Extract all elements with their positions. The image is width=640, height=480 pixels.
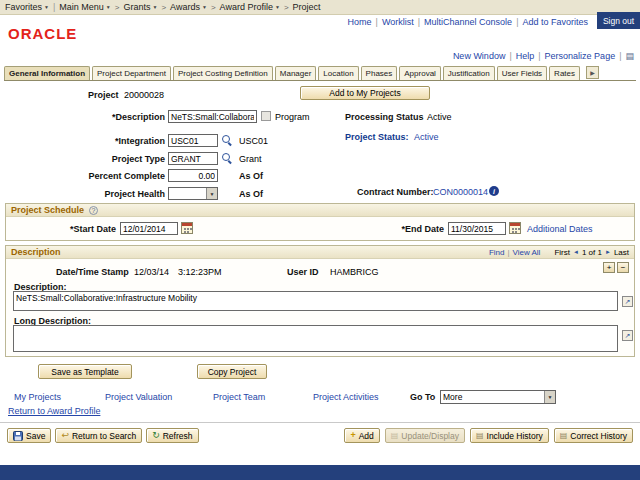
project-health-select[interactable]: ▼ [168, 187, 218, 200]
tab-manager[interactable]: Manager [275, 66, 317, 80]
breadcrumb-award-profile[interactable]: Award Profile ▼ [220, 2, 280, 12]
expand-icon[interactable]: ↗ [622, 296, 633, 307]
add-to-favorites-link[interactable]: Add to Favorites [522, 17, 588, 27]
breadcrumb-label: Main Menu [59, 2, 104, 12]
additional-dates-link[interactable]: Additional Dates [527, 224, 593, 234]
breadcrumb-main-menu[interactable]: Main Menu ▼ [59, 2, 110, 12]
add-button[interactable]: + Add [344, 428, 379, 443]
project-valuation-link[interactable]: Project Valuation [105, 392, 172, 402]
lookup-icon[interactable] [221, 152, 233, 164]
tab-label: Location [323, 69, 353, 78]
divider [0, 422, 640, 423]
project-status-value-link[interactable]: Active [414, 132, 439, 142]
button-label: Add [359, 431, 374, 441]
save-as-template-button[interactable]: Save as Template [38, 364, 132, 379]
separator [376, 17, 378, 27]
save-button[interactable]: Save [7, 428, 51, 443]
chevron-down-icon: ▼ [106, 5, 111, 10]
start-date-input[interactable] [120, 222, 178, 235]
separator [516, 17, 518, 27]
goto-select[interactable]: More ▼ [440, 390, 556, 404]
expand-icon[interactable]: ↗ [622, 330, 633, 341]
calendar-icon[interactable] [181, 222, 193, 234]
worklist-link[interactable]: Worklist [382, 17, 414, 27]
contract-number-link[interactable]: CON0000014 [433, 187, 488, 197]
page-grid-icon[interactable]: ▤ [625, 51, 634, 61]
tab-location[interactable]: Location [318, 66, 358, 80]
section-title: Description [11, 247, 61, 257]
previous-row-icon[interactable]: ◄ [573, 249, 579, 255]
help-link[interactable]: Help [516, 51, 535, 61]
next-row-icon[interactable]: ► [605, 249, 611, 255]
project-type-description: Grant [239, 154, 262, 164]
project-activities-link[interactable]: Project Activities [313, 392, 379, 402]
home-link[interactable]: Home [348, 17, 372, 27]
my-projects-link[interactable]: My Projects [14, 392, 61, 402]
calendar-icon[interactable] [509, 222, 521, 234]
separator [115, 2, 120, 12]
tab-project-costing-definition[interactable]: Project Costing Definition [173, 66, 273, 80]
description-textarea[interactable]: NeTS:Small:Collaborative:Infrastructure … [13, 291, 618, 311]
help-icon[interactable]: ? [89, 206, 98, 215]
view-all-link[interactable]: View All [513, 248, 541, 257]
tab-general-information[interactable]: General Information [4, 66, 90, 80]
tab-project-department[interactable]: Project Department [92, 66, 171, 80]
section-title: Project Schedule [11, 205, 84, 215]
percent-complete-input[interactable] [168, 169, 218, 182]
refresh-button[interactable]: ↻ Refresh [146, 428, 198, 443]
tab-justification[interactable]: Justification [443, 66, 495, 80]
datetime-date-value: 12/03/14 [134, 267, 169, 277]
end-date-input[interactable] [448, 222, 506, 235]
breadcrumb-favorites[interactable]: Favorites ▼ [5, 2, 49, 12]
add-row-button[interactable]: + [603, 262, 615, 273]
long-description-textarea[interactable] [13, 325, 618, 352]
return-to-search-button[interactable]: ↩ Return to Search [55, 428, 142, 443]
project-value: 20000028 [124, 90, 164, 100]
tabs-scroll-right-button[interactable]: ▶ [586, 66, 599, 79]
tab-phases[interactable]: Phases [361, 66, 398, 80]
chevron-down-icon: ▼ [44, 5, 49, 10]
contract-number-label: Contract Number: [357, 187, 434, 197]
program-checkbox[interactable] [261, 111, 271, 121]
multichannel-console-link[interactable]: MultiChannel Console [424, 17, 512, 27]
update-display-button: ▤ Update/Display [385, 428, 465, 443]
project-team-link[interactable]: Project Team [213, 392, 265, 402]
breadcrumb-project: Project [293, 2, 321, 12]
correct-history-button[interactable]: ▤ Correct History [554, 428, 633, 443]
find-link[interactable]: Find [489, 248, 505, 257]
copy-project-button[interactable]: Copy Project [197, 364, 267, 379]
info-icon[interactable]: i [489, 186, 499, 196]
integration-input[interactable] [168, 134, 218, 147]
breadcrumb-grants[interactable]: Grants ▼ [123, 2, 157, 12]
tab-approval[interactable]: Approval [399, 66, 441, 80]
tab-label: Project Costing Definition [178, 69, 268, 78]
user-id-value: HAMBRICG [330, 267, 379, 277]
as-of-label: As Of [239, 171, 263, 181]
correct-history-icon: ▤ [560, 432, 568, 440]
separator [509, 51, 511, 61]
breadcrumb-awards[interactable]: Awards ▼ [170, 2, 207, 12]
description-label: *Description [60, 112, 165, 122]
toolbar-right: + Add ▤ Update/Display ▤ Include History… [344, 428, 633, 443]
start-date-label: *Start Date [28, 224, 116, 234]
return-to-award-profile-link[interactable]: Return to Award Profile [8, 406, 100, 416]
breadcrumb-label: Award Profile [220, 2, 273, 12]
include-history-button[interactable]: ▤ Include History [470, 428, 549, 443]
project-type-input[interactable] [168, 152, 218, 165]
button-label: Return to Search [72, 431, 136, 441]
processing-status-value: Active [427, 112, 452, 122]
tab-user-fields[interactable]: User Fields [497, 66, 547, 80]
add-to-my-projects-button[interactable]: Add to My Projects [300, 86, 430, 100]
tab-rates[interactable]: Rates [549, 66, 580, 80]
description-input[interactable] [168, 110, 257, 123]
button-label: Save as Template [51, 367, 118, 377]
datetime-stamp-label: Date/Time Stamp [56, 267, 129, 277]
delete-row-button[interactable]: − [617, 262, 629, 273]
new-window-link[interactable]: New Window [453, 51, 506, 61]
chevron-down-icon: ▼ [206, 188, 217, 199]
program-label: Program [275, 112, 310, 122]
end-date-label: *End Date [384, 224, 444, 234]
lookup-icon[interactable] [221, 134, 233, 146]
personalize-page-link[interactable]: Personalize Page [545, 51, 616, 61]
sign-out-button[interactable]: Sign out [597, 12, 640, 29]
